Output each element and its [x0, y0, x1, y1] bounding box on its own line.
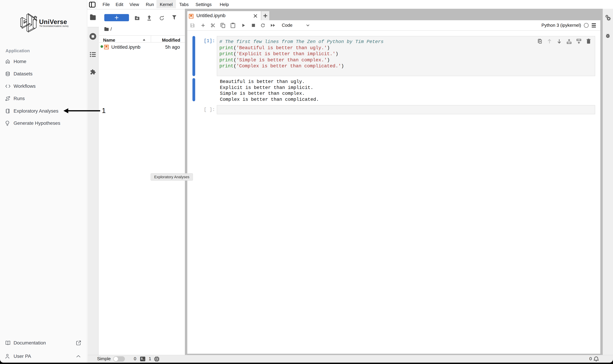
svg-text:1: 1: [102, 107, 106, 114]
